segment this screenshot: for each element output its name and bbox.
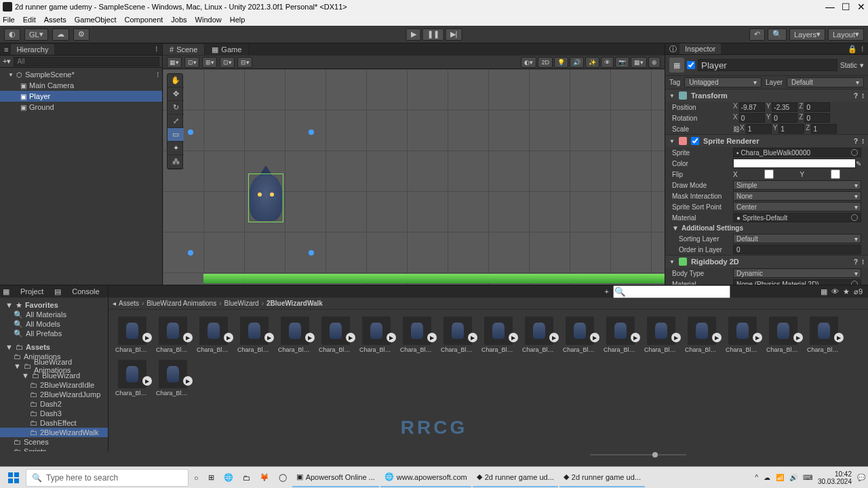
minimize-icon[interactable]: — <box>825 1 835 12</box>
task-cortana[interactable]: ○ <box>190 468 203 487</box>
play-preview-icon[interactable]: ▶ <box>142 376 152 386</box>
taskbar-search[interactable]: 🔍Type here to search <box>26 469 189 487</box>
hierarchy-item-player[interactable]: ▣ Player <box>0 91 162 102</box>
tag-dropdown[interactable]: Untagged▾ <box>684 77 762 87</box>
layout-dropdown[interactable]: Layout ▾ <box>828 28 864 41</box>
flip-y-checkbox[interactable] <box>810 169 861 179</box>
custom-tool[interactable]: ⁂ <box>167 155 184 169</box>
component-enabled-checkbox[interactable] <box>691 137 699 145</box>
layer-dropdown[interactable]: Default▾ <box>787 77 864 87</box>
asset-thumbnail[interactable]: ▶Chara_Blu... <box>726 317 760 353</box>
task-browser[interactable]: 🌐 www.apowersoft.com <box>380 468 471 487</box>
play-preview-icon[interactable]: ▶ <box>387 333 396 342</box>
scale-y-input[interactable] <box>778 124 804 134</box>
2d-toggle[interactable]: 2D <box>538 57 553 68</box>
tray-volume-icon[interactable]: 🔊 <box>789 474 797 481</box>
menu-window[interactable]: Window <box>195 16 222 24</box>
rb-material-field[interactable]: None (Physics Material 2D) <box>733 279 861 285</box>
help-icon[interactable]: ? <box>854 138 858 145</box>
asset-thumbnail[interactable]: ▶Chara_Blu... <box>359 317 393 353</box>
asset-thumbnail[interactable]: ▶Chara_Blu... <box>115 317 149 353</box>
preset-icon[interactable]: ⁝ <box>862 258 864 266</box>
collapse-arrow-icon[interactable]: ▼ <box>669 259 675 265</box>
hierarchy-lock-icon[interactable]: ⁝ <box>155 45 158 54</box>
play-preview-icon[interactable]: ▶ <box>712 333 722 342</box>
asset-thumbnail[interactable]: ▶Chara_Blu... <box>522 317 556 353</box>
move-tool[interactable]: ✥ <box>167 87 184 101</box>
project-hidden-icon[interactable]: ⌀9 <box>854 287 863 296</box>
collapse-arrow-icon[interactable]: ▼ <box>669 93 675 99</box>
play-preview-icon[interactable]: ▶ <box>834 333 844 342</box>
game-tab[interactable]: ▦ Game <box>205 44 249 56</box>
play-preview-icon[interactable]: ▶ <box>671 333 681 342</box>
play-preview-icon[interactable]: ▶ <box>549 333 559 342</box>
preset-icon[interactable]: ⁝ <box>862 138 864 145</box>
tray-notifications-icon[interactable]: 💬 <box>857 474 865 481</box>
menu-jobs[interactable]: Jobs <box>171 16 186 24</box>
settings-button[interactable]: ⚙ <box>73 28 90 41</box>
ground-sprite[interactable] <box>203 274 665 283</box>
folder-dasheffect[interactable]: 🗀DashEffect <box>0 418 108 428</box>
play-preview-icon[interactable]: ▶ <box>793 333 803 342</box>
asset-thumbnail[interactable]: ▶Chara_Blu... <box>197 317 231 353</box>
play-preview-icon[interactable]: ▶ <box>509 333 518 342</box>
rot-z-input[interactable] <box>804 113 830 123</box>
breadcrumb-current[interactable]: 2BlueWizardWalk <box>267 300 323 307</box>
breadcrumb-bw-anim[interactable]: BlueWizard Animations <box>146 300 216 307</box>
asset-thumbnail[interactable]: ▶Chara_Blu... <box>115 360 149 396</box>
static-dropdown-icon[interactable]: ▾ <box>860 61 864 70</box>
snap-button[interactable]: ⊞▾ <box>202 57 217 68</box>
play-preview-icon[interactable]: ▶ <box>631 333 640 342</box>
asset-thumbnail[interactable]: ▶Chara_Blu... <box>766 317 800 353</box>
scene-tab[interactable]: # Scene <box>163 44 205 55</box>
asset-thumbnail[interactable]: ▶Chara_Blu... <box>278 317 312 353</box>
task-unity2[interactable]: ◆ 2d runner game ud... <box>559 468 645 487</box>
project-star-icon[interactable]: ★ <box>843 287 850 296</box>
color-field[interactable] <box>733 159 856 168</box>
hierarchy-add-button[interactable]: +▾ <box>3 57 11 66</box>
scale-z-input[interactable] <box>811 124 837 134</box>
sel-handle-bl[interactable] <box>188 250 193 256</box>
taskbar-clock[interactable]: 10:4230.03.2024 <box>818 470 852 485</box>
thumbnail-size-slider[interactable] <box>590 450 658 460</box>
tray-lang-icon[interactable]: ⌨ <box>803 474 812 481</box>
asset-grid[interactable]: ▶Chara_Blu...▶Chara_Blu...▶Chara_Blu...▶… <box>108 310 868 451</box>
folder-dash3[interactable]: 🗀Dash3 <box>0 409 108 418</box>
folder-scenes[interactable]: 🗀Scenes <box>0 437 108 447</box>
play-preview-icon[interactable]: ▶ <box>305 333 315 342</box>
sel-handle-tl[interactable] <box>188 129 193 135</box>
sprite-field[interactable]: ▪Chara_BlueWalk00000 <box>733 148 861 157</box>
hierarchy-scene[interactable]: ▼ ⬡ SampleScene* ⁝ <box>0 69 162 80</box>
asset-thumbnail[interactable]: ▶Chara_Blu... <box>400 317 434 353</box>
pos-z-input[interactable] <box>804 102 830 112</box>
maximize-icon[interactable]: ☐ <box>842 1 850 12</box>
material-field[interactable]: ●Sprites-Default <box>733 213 861 222</box>
asset-thumbnail[interactable]: ▶Chara_Blu... <box>441 317 475 353</box>
play-preview-icon[interactable]: ▶ <box>183 376 193 386</box>
breadcrumb-assets[interactable]: Assets <box>119 300 139 307</box>
tray-wifi-icon[interactable]: 📶 <box>776 474 784 481</box>
rotate-tool[interactable]: ↻ <box>167 101 184 115</box>
inspector-lock-icon[interactable]: 🔒 <box>848 45 857 54</box>
visibility-toggle[interactable]: 👁 <box>601 57 614 68</box>
task-firefox[interactable]: 🦊 <box>256 468 273 487</box>
pos-y-input[interactable] <box>772 102 797 112</box>
scene-canvas[interactable]: ✋ ✥ ↻ ⤢ ▭ ✦ ⁂ <box>163 69 665 285</box>
project-eye-icon[interactable]: 👁 <box>831 287 839 296</box>
pause-button[interactable]: ❚❚ <box>422 28 444 41</box>
play-preview-icon[interactable]: ▶ <box>224 333 233 342</box>
asset-thumbnail[interactable]: ▶Chara_Blu... <box>156 317 190 353</box>
inspector-menu-icon[interactable]: ⁝ <box>861 45 864 54</box>
breadcrumb-bw[interactable]: BlueWizard <box>224 300 259 307</box>
tool-dropdown-2[interactable]: ⊡▾ <box>184 57 199 68</box>
play-preview-icon[interactable]: ▶ <box>427 333 437 342</box>
rot-y-input[interactable] <box>772 113 797 123</box>
play-preview-icon[interactable]: ▶ <box>753 333 762 342</box>
tool-dropdown-1[interactable]: ▦▾ <box>167 57 182 68</box>
tray-onedrive-icon[interactable]: ☁ <box>764 474 770 481</box>
folder-bluewizard-anim[interactable]: ▼🗀BlueWizard Animations <box>0 361 108 371</box>
folder-walk[interactable]: 🗀2BlueWizardWalk <box>0 428 108 437</box>
task-edge[interactable]: 🌐 <box>220 468 237 487</box>
close-icon[interactable]: ✕ <box>857 1 865 12</box>
eyedropper-icon[interactable]: ✎ <box>856 160 861 167</box>
